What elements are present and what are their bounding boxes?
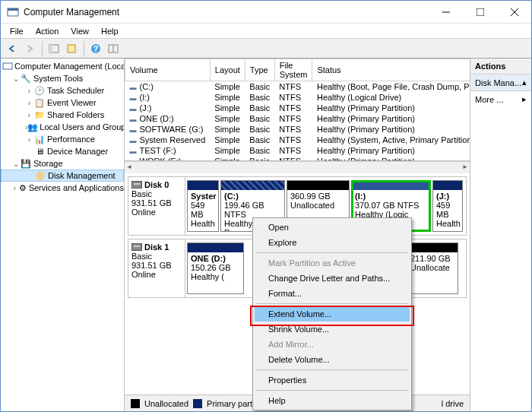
volume-row[interactable]: SOFTWARE (G:)SimpleBasicNTFSHealthy (Pri…	[125, 124, 470, 135]
disk-size: 931.51 GB	[131, 261, 182, 270]
volume-cell-fs: NTFS	[274, 135, 312, 145]
maximize-button[interactable]	[463, 1, 497, 23]
expander-icon[interactable]: ›	[25, 135, 33, 144]
tree-local-users[interactable]: ›👥Local Users and Groups	[1, 121, 124, 133]
expander-icon[interactable]: ›	[25, 99, 33, 107]
tree-label: Task Scheduler	[47, 86, 104, 95]
ctx-extend-volume[interactable]: Extend Volume...	[255, 306, 410, 322]
actions-more[interactable]: More ...▸	[470, 91, 531, 107]
svg-rect-1	[8, 8, 18, 11]
col-status[interactable]: Status	[312, 59, 470, 81]
menu-help[interactable]: Help	[95, 25, 125, 37]
svg-rect-7	[49, 45, 52, 52]
partition-label: (I:)	[355, 192, 427, 201]
volume-cell-layout: Simple	[210, 92, 245, 103]
volume-cell-status: Healthy (Primary Partition)	[312, 113, 470, 124]
col-volume[interactable]: Volume	[125, 59, 211, 81]
menu-view[interactable]: View	[65, 25, 95, 37]
volume-row[interactable]: TEST (F:)SimpleBasicNTFSHealthy (Primary…	[125, 145, 470, 156]
tree-device-manager[interactable]: 🖥Device Manager	[1, 145, 124, 157]
volume-cell-layout: Simple	[210, 113, 245, 124]
volume-row[interactable]: System ReservedSimpleBasicNTFSHealthy (S…	[125, 135, 470, 145]
expander-icon[interactable]: ›	[11, 184, 17, 192]
disk-state: Online	[131, 208, 182, 217]
volume-row[interactable]: (I:)SimpleBasicNTFSHealthy (Logical Driv…	[125, 92, 470, 103]
expander-icon[interactable]: ⌄	[11, 74, 20, 83]
close-button[interactable]	[497, 1, 531, 23]
minimize-button[interactable]	[429, 1, 463, 23]
menu-action[interactable]: Action	[30, 25, 65, 37]
partition[interactable]: (J:)459 MBHealth	[432, 180, 463, 232]
disk-icon	[131, 181, 142, 189]
ctx-format[interactable]: Format...	[255, 286, 410, 301]
volume-cell-layout: Simple	[210, 156, 245, 162]
tree-shared-folders[interactable]: ›📁Shared Folders	[1, 109, 124, 121]
tree-root[interactable]: Computer Management (Local	[1, 60, 124, 72]
help-button[interactable]: ?	[87, 40, 104, 57]
tree-services-apps[interactable]: ›⚙Services and Applications	[1, 182, 124, 194]
actions-section-label: Disk Mana...	[475, 78, 521, 87]
partition[interactable]: ONE (D:)150.26 GBHealthy (	[187, 242, 244, 294]
disk-header[interactable]: Disk 0Basic931.51 GBOnline	[128, 177, 185, 235]
tree-event-viewer[interactable]: ›📋Event Viewer	[1, 97, 124, 109]
tree-task-scheduler[interactable]: ›🕑Task Scheduler	[1, 84, 124, 97]
volume-cell-fs: NTFS	[274, 113, 312, 124]
partition-bar	[188, 243, 243, 252]
partition-size: 360.99 GB	[290, 192, 346, 201]
volume-cell-status: Healthy (Primary Partition)	[312, 156, 470, 162]
volume-row[interactable]: ONE (D:)SimpleBasicNTFSHealthy (Primary …	[125, 113, 470, 124]
ctx-change-drive-letter[interactable]: Change Drive Letter and Paths...	[255, 271, 410, 286]
volume-cell-layout: Simple	[210, 145, 245, 156]
svg-rect-3	[477, 8, 484, 16]
volume-cell-type: Basic	[245, 103, 274, 113]
partition-bar	[352, 181, 430, 190]
show-hide-button[interactable]	[46, 40, 62, 57]
ctx-help[interactable]: Help	[255, 393, 410, 408]
volume-cell-name: TEST (F:)	[125, 145, 211, 156]
volume-row[interactable]: (J:)SimpleBasicNTFSHealthy (Primary Part…	[125, 103, 470, 113]
expander-icon[interactable]: ⌄	[11, 160, 20, 168]
tree-system-tools[interactable]: ⌄🔧System Tools	[1, 72, 124, 84]
tree-label: Computer Management (Local	[14, 62, 125, 71]
back-button[interactable]	[4, 40, 21, 57]
partition-status: Healthy (	[191, 272, 240, 281]
volume-cell-status: Healthy (Primary Partition)	[312, 124, 470, 135]
window-title: Computer Management	[24, 7, 429, 17]
tree-performance[interactable]: ›📊Performance	[1, 133, 124, 145]
properties-button[interactable]	[63, 40, 80, 57]
horizontal-scrollbar[interactable]	[125, 161, 470, 173]
tree-storage[interactable]: ⌄💾Storage	[1, 157, 124, 170]
menu-file[interactable]: File	[4, 25, 30, 37]
partition-size: 150.26 GB	[191, 263, 240, 272]
col-filesystem[interactable]: File System	[274, 59, 312, 81]
ctx-shrink-volume[interactable]: Shrink Volume...	[255, 322, 410, 337]
actions-more-label: More ...	[475, 95, 503, 104]
volume-cell-name: SOFTWARE (G:)	[125, 124, 211, 135]
expander-icon[interactable]: ›	[25, 111, 33, 119]
volume-row[interactable]: (C:)SimpleBasicNTFSHealthy (Boot, Page F…	[125, 81, 470, 92]
partition-size: 199.46 GB NTFS	[224, 201, 281, 219]
refresh-button[interactable]	[105, 40, 122, 57]
col-type[interactable]: Type	[245, 59, 274, 81]
ctx-open[interactable]: Open	[255, 220, 410, 235]
tree-label: Device Manager	[47, 147, 108, 156]
volume-cell-fs: NTFS	[274, 156, 312, 162]
partition[interactable]: Syster549 MBHealth	[187, 180, 219, 232]
expander-icon[interactable]: ›	[25, 87, 33, 95]
partition[interactable]: 211.90 GBUnallocate	[407, 242, 458, 294]
disk-header[interactable]: Disk 1Basic931.51 GBOnline	[128, 239, 185, 297]
tree-disk-management[interactable]: 📀Disk Management	[1, 170, 124, 182]
legend-label: l drive	[442, 399, 464, 408]
navigation-tree[interactable]: Computer Management (Local ⌄🔧System Tool…	[1, 59, 125, 411]
forward-button[interactable]	[21, 40, 38, 57]
ctx-properties[interactable]: Properties	[255, 372, 410, 388]
volume-cell-type: Basic	[245, 92, 274, 103]
col-layout[interactable]: Layout	[210, 59, 245, 81]
tree-label: Disk Management	[48, 171, 116, 180]
ctx-delete-volume[interactable]: Delete Volume...	[255, 352, 410, 367]
actions-section[interactable]: Disk Mana...▴	[470, 74, 531, 91]
ctx-explore[interactable]: Explore	[255, 235, 410, 250]
volume-list[interactable]: Volume Layout Type File System Status (C…	[125, 59, 470, 161]
volume-row[interactable]: WORK (E:)SimpleBasicNTFSHealthy (Primary…	[125, 156, 470, 162]
collapse-icon[interactable]: ▴	[522, 78, 527, 87]
